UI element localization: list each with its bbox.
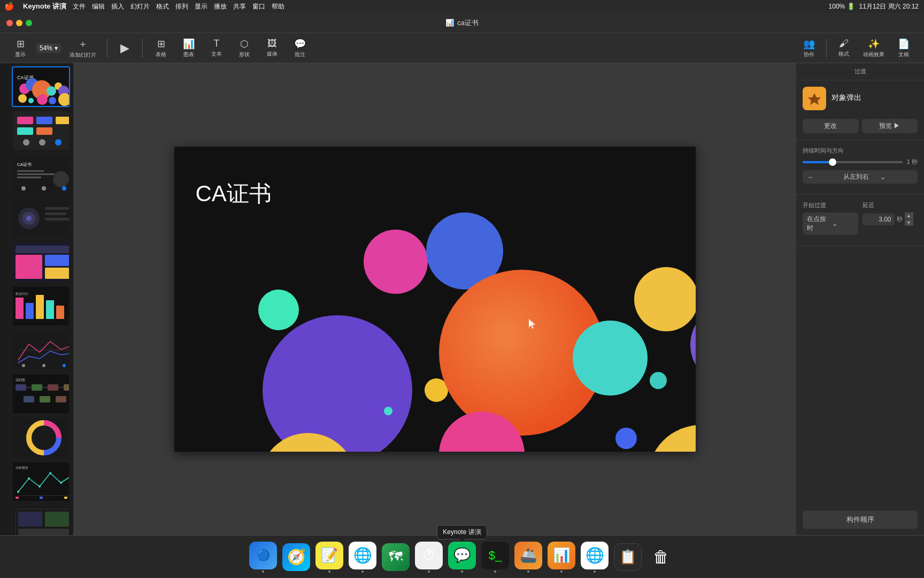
slide-thumb-5[interactable] (12, 242, 70, 283)
shape-btn[interactable]: ⬡ 形状 (233, 36, 256, 60)
slide-thumb-1[interactable]: CA证书 (12, 66, 70, 107)
menu-slide[interactable]: 幻灯片 (130, 2, 150, 11)
delay-input[interactable] (863, 214, 895, 225)
terminal-dot (494, 571, 496, 573)
slide-thumb-4[interactable] (12, 198, 70, 239)
main-window: 📊 ca证书 ⊞ 显示 54% ▾ ＋ 添加幻灯片 ▶ ⊞ 表格 📊 图表 T (0, 13, 924, 535)
datetime: 11月12日 周六 20:12 (859, 2, 919, 11)
format-label: 格式 (838, 50, 849, 58)
dock-trash[interactable]: 🗑 (647, 543, 675, 571)
zoom-value: 54% (40, 44, 52, 52)
dock-wechat[interactable]: 💬 (448, 542, 476, 573)
play-btn[interactable]: ▶ (114, 41, 136, 55)
close-button[interactable] (6, 20, 13, 26)
build-order-btn[interactable]: 构件顺序 (803, 511, 918, 529)
clock-dot (428, 571, 430, 573)
svg-rect-17 (17, 127, 33, 135)
slide-9-wrapper: 9 (3, 417, 70, 458)
chrome2-icon: 🌐 (581, 542, 609, 569)
apple-menu[interactable]: 🍎 (4, 2, 14, 11)
slide-thumb-8[interactable]: 流程图 (12, 374, 70, 414)
dock-app2[interactable]: 📋 (614, 543, 642, 571)
trigger-col: 开始过渡 在点按时 ⌄ (803, 201, 858, 239)
media-btn[interactable]: 🖼 媒体 (260, 36, 284, 60)
titlebar: 📊 ca证书 (0, 13, 924, 33)
duration-label: 持续时间与方向 (803, 147, 918, 155)
delay-up-btn[interactable]: ▲ (905, 212, 913, 219)
dock-notes[interactable]: 📝 (315, 542, 343, 573)
text-btn[interactable]: T 文本 (205, 36, 228, 60)
change-effect-btn[interactable]: 更改 (803, 119, 859, 133)
menu-help[interactable]: 帮助 (272, 2, 284, 11)
display-icon: ⊞ (17, 38, 25, 50)
svg-rect-18 (36, 127, 52, 135)
add-slide-btn[interactable]: ＋ 添加幻灯片 (65, 35, 101, 61)
slide-thumb-10[interactable]: 分析报告 (12, 461, 70, 502)
comment-btn[interactable]: 💬 批注 (288, 36, 312, 60)
slide-thumb-3[interactable]: CA证书 (12, 154, 70, 195)
dock-mango[interactable]: 📊 (548, 542, 575, 573)
dock-maps[interactable]: 🗺 (382, 543, 410, 571)
dock-chrome2[interactable]: 🌐 (581, 542, 609, 573)
menu-format[interactable]: 格式 (156, 2, 169, 11)
slide-thumb-7[interactable] (12, 330, 70, 370)
app-name[interactable]: Keynote 讲演 (23, 2, 66, 11)
preview-play-icon: ▶ (894, 122, 900, 130)
effect-buttons: 更改 预览 ▶ (803, 119, 918, 133)
finder-icon: 🔵 (249, 542, 277, 569)
dock-clock[interactable]: ⏱ (415, 542, 443, 573)
delay-down-btn[interactable]: ▼ (905, 219, 913, 226)
svg-rect-35 (45, 207, 70, 210)
dock-terminal[interactable]: $_ (481, 542, 509, 573)
slide-8-preview: 流程图 (13, 375, 70, 413)
slide-9-preview (13, 419, 70, 457)
table-btn[interactable]: ⊞ 表格 (149, 36, 173, 60)
minimize-button[interactable] (16, 20, 22, 26)
svg-point-75 (49, 472, 51, 474)
preview-btn[interactable]: 预览 ▶ (862, 119, 918, 133)
chart-btn[interactable]: 📊 图表 (177, 36, 201, 60)
dock-chrome[interactable]: 🌐 (349, 542, 376, 573)
doc-btn[interactable]: 📄 文稿 (892, 36, 915, 60)
slide-thumb-11[interactable] (12, 505, 70, 535)
menu-view[interactable]: 显示 (195, 2, 207, 11)
display-btn[interactable]: ⊞ 显示 (9, 36, 32, 60)
duration-slider[interactable] (803, 161, 903, 163)
slide-8-wrapper: 8 流程图 (3, 374, 70, 414)
animate-btn[interactable]: ✨ 动画效果 (859, 36, 889, 60)
menu-edit[interactable]: 编辑 (92, 2, 105, 11)
slide-7-wrapper: 7 (3, 330, 70, 370)
trigger-select-row[interactable]: 在点按时 ⌄ (803, 212, 858, 235)
canvas-area: CA证书 (74, 63, 796, 535)
svg-point-11 (49, 97, 56, 104)
table-icon: ⊞ (157, 38, 165, 50)
dock-transmit[interactable]: 🚢 (514, 542, 542, 573)
slides-panel[interactable]: 1 CA证书 (0, 63, 74, 535)
svg-rect-24 (17, 170, 44, 172)
svg-rect-85 (18, 529, 69, 535)
dock-safari[interactable]: 🧭 (282, 543, 310, 571)
direction-select[interactable]: → 从左到右 ⌄ (803, 170, 918, 184)
dock-finder[interactable]: 🔵 (249, 542, 277, 573)
menu-file[interactable]: 文件 (73, 2, 86, 11)
maximize-button[interactable] (26, 20, 32, 26)
menu-arrange[interactable]: 排列 (175, 2, 188, 11)
menu-insert[interactable]: 插入 (111, 2, 124, 11)
menu-share[interactable]: 共享 (233, 2, 246, 11)
direction-dropdown-icon: ⌄ (880, 173, 913, 181)
menu-window[interactable]: 窗口 (252, 2, 265, 11)
slide-thumb-2[interactable] (12, 110, 70, 151)
slide-thumb-6[interactable]: 数据对比 (12, 286, 70, 326)
svg-point-103 (573, 321, 648, 396)
format-panel-btn[interactable]: 🖌 格式 (832, 36, 856, 60)
slide-canvas[interactable]: CA证书 (174, 147, 696, 452)
slide-thumb-9[interactable] (12, 417, 70, 458)
collab-btn[interactable]: 👥 协作 (797, 36, 821, 60)
svg-point-108 (615, 428, 637, 449)
slide-1-preview: CA证书 (13, 67, 70, 106)
svg-rect-42 (45, 268, 70, 279)
menu-play[interactable]: 播放 (214, 2, 227, 11)
slider-thumb[interactable] (829, 158, 836, 166)
zoom-control[interactable]: 54% ▾ (36, 43, 61, 53)
svg-rect-39 (16, 246, 70, 253)
